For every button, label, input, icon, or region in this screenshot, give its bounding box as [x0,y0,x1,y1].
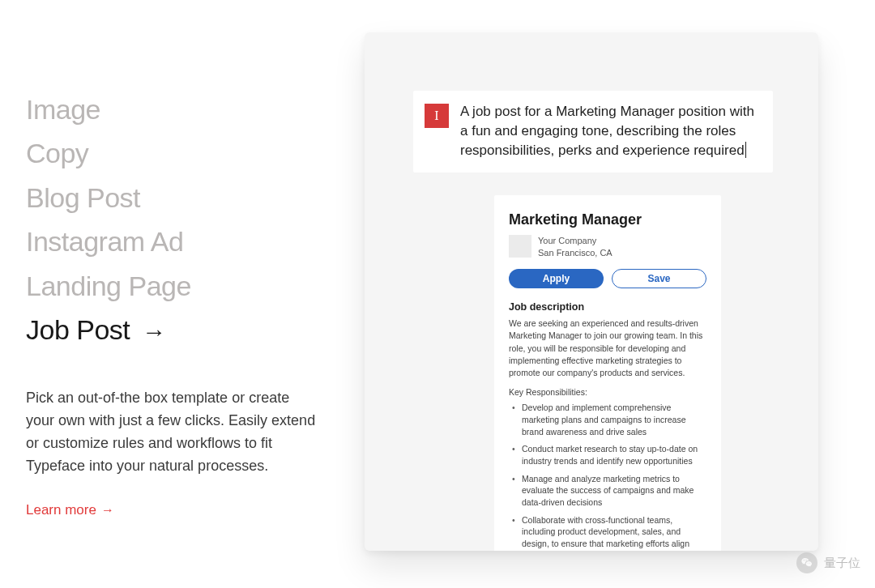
list-item: Develop and implement comprehensive mark… [512,402,706,437]
company-name: Your Company [538,235,612,247]
save-button[interactable]: Save [612,269,706,288]
template-label: Instagram Ad [26,226,183,257]
template-list: Image Copy Blog Post Instagram Ad Landin… [26,87,334,352]
job-title: Marketing Manager [509,211,706,228]
list-item: Manage and analyze marketing metrics to … [512,473,706,509]
arrow-right-icon: → [101,503,114,518]
left-column: Image Copy Blog Post Instagram Ad Landin… [26,32,334,556]
learn-more-link[interactable]: Learn more → [26,502,114,518]
preview-card: I A job post for a Marketing Manager pos… [365,32,818,551]
prompt-app-icon: I [425,104,449,128]
template-item-job-post[interactable]: Job Post → [26,308,334,352]
arrow-right-icon: → [142,313,166,352]
prompt-block[interactable]: I A job post for a Marketing Manager pos… [413,91,773,173]
template-item-landing-page[interactable]: Landing Page [26,264,334,308]
watermark-text: 量子位 [824,556,860,571]
prompt-icon-letter: I [434,109,438,122]
description-text: Pick an out-of-the box template or creat… [26,387,318,478]
template-label: Landing Page [26,271,191,301]
button-row: Apply Save [509,269,706,288]
prompt-text-content: A job post for a Marketing Manager posit… [460,104,754,158]
apply-label: Apply [543,273,570,284]
template-label: Job Post [26,314,130,345]
text-cursor-icon [745,142,746,158]
template-item-copy[interactable]: Copy [26,131,334,175]
job-card: Marketing Manager Your Company San Franc… [494,195,721,551]
company-avatar [509,235,531,258]
prompt-text: A job post for a Marketing Manager posit… [460,102,760,160]
template-item-instagram-ad[interactable]: Instagram Ad [26,219,334,263]
save-label: Save [647,273,670,284]
company-info: Your Company San Francisco, CA [538,235,612,259]
company-row: Your Company San Francisco, CA [509,235,706,259]
responsibilities-heading: Key Responsibilities: [509,387,706,397]
watermark: 量子位 [796,552,860,573]
list-item: Conduct market research to stay up-to-da… [512,443,706,467]
template-item-blog-post[interactable]: Blog Post [26,176,334,219]
right-column: I A job post for a Marketing Manager pos… [334,32,849,556]
template-label: Image [26,94,100,125]
wechat-icon [796,552,817,573]
learn-more-label: Learn more [26,502,96,518]
template-label: Blog Post [26,182,140,213]
apply-button[interactable]: Apply [509,269,604,288]
section-title: Job description [509,301,706,313]
company-location: San Francisco, CA [538,247,612,259]
section-body: We are seeking an experienced and result… [509,317,706,379]
list-item: Collaborate with cross-functional teams,… [512,514,706,551]
responsibilities-list: Develop and implement comprehensive mark… [509,402,706,551]
template-item-image[interactable]: Image [26,87,334,131]
template-label: Copy [26,138,88,168]
